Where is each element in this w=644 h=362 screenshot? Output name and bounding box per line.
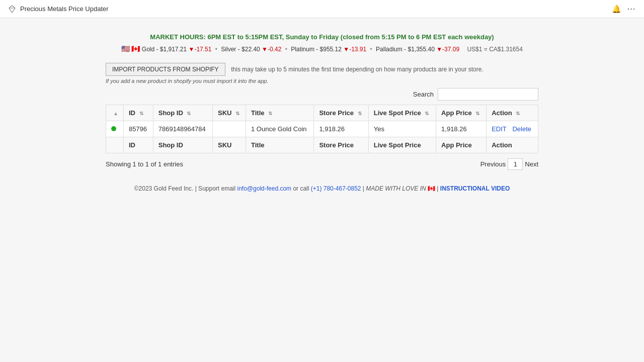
ticker-bar: 🇺🇸 🇨🇦 Gold - $1,917.21 ▼-17.51 • Silver … — [106, 45, 538, 53]
app-title: Precious Metals Price Updater — [20, 5, 109, 13]
row-store-price: 1,918.26 — [314, 121, 368, 137]
top-bar-actions: 🔔 ··· — [612, 5, 636, 14]
row-action: EDIT Delete — [487, 121, 538, 137]
footer-col-shop-id: Shop ID — [153, 137, 212, 153]
footer-col-empty — [106, 137, 124, 153]
made-with-love: | MADE WITH LOVE IN — [363, 185, 428, 192]
col-action[interactable]: Action ⇅ — [487, 105, 538, 121]
pagination-controls: Previous 1 Next — [480, 158, 538, 170]
status-dot — [111, 126, 116, 131]
silver-change: ▼-0.42 — [262, 46, 281, 53]
sort-icon-shop-id: ⇅ — [187, 111, 191, 116]
products-table: ▲ ID ⇅ Shop ID ⇅ SKU ⇅ Title ⇅ Store Pri… — [106, 105, 538, 153]
col-title[interactable]: Title ⇅ — [246, 105, 313, 121]
footer-col-title: Title — [246, 137, 313, 153]
main-content: MARKET HOURS: 6PM EST to 5:15PM EST, Sun… — [96, 18, 548, 207]
platinum-label: Platinum - — [291, 46, 319, 53]
copyright: ©2023 Gold Feed Inc. — [134, 185, 194, 192]
search-row: Search — [106, 88, 538, 101]
palladium-label: Palladium - — [376, 46, 408, 53]
import-note: this may take up to 5 minutes the first … — [231, 66, 484, 73]
col-app-price[interactable]: App Price ⇅ — [436, 105, 487, 121]
bell-icon[interactable]: 🔔 — [612, 5, 621, 14]
row-status — [106, 121, 124, 137]
col-store-price[interactable]: Store Price ⇅ — [314, 105, 368, 121]
previous-button[interactable]: Previous — [480, 160, 506, 168]
footer-col-sku: SKU — [213, 137, 246, 153]
row-shop-id: 7869148964784 — [153, 121, 212, 137]
col-id[interactable]: ID ⇅ — [123, 105, 153, 121]
import-button[interactable]: IMPORT PRODUCTS FROM SHOPIFY — [106, 63, 225, 76]
col-shop-id[interactable]: Shop ID ⇅ — [153, 105, 212, 121]
gold-change: ▼-17.51 — [189, 46, 212, 53]
footer-col-app-price: App Price — [436, 137, 487, 153]
sort-icon-id: ⇅ — [139, 111, 143, 116]
app-title-section: Precious Metals Price Updater — [8, 5, 109, 13]
table-header-row: ▲ ID ⇅ Shop ID ⇅ SKU ⇅ Title ⇅ Store Pri… — [106, 105, 538, 121]
gold-label: Gold - — [142, 46, 160, 53]
market-hours-section: MARKET HOURS: 6PM EST to 5:15PM EST, Sun… — [106, 33, 538, 41]
row-title: 1 Ounce Gold Coin — [246, 121, 313, 137]
col-sku[interactable]: SKU ⇅ — [213, 105, 246, 121]
footer-col-action: Action — [487, 137, 538, 153]
support-email-link[interactable]: info@gold-feed.com — [237, 185, 292, 192]
footer-col-live-spot: Live Spot Price — [368, 137, 436, 153]
canada-flag: 🇨🇦 — [428, 185, 435, 192]
col-status[interactable]: ▲ — [106, 105, 124, 121]
row-app-price: 1,918.26 — [436, 121, 487, 137]
silver-label: Silver - — [221, 46, 242, 53]
edit-link[interactable]: EDIT — [492, 125, 507, 133]
market-hours-text: MARKET HOURS: 6PM EST to 5:15PM EST, Sun… — [106, 33, 538, 41]
more-icon[interactable]: ··· — [627, 5, 636, 13]
palladium-price: $1,355.40 — [408, 46, 434, 53]
diamond-icon — [8, 5, 16, 13]
svg-marker-0 — [9, 6, 15, 13]
search-input[interactable] — [438, 88, 538, 101]
footer-col-id: ID — [123, 137, 153, 153]
support-phone-link[interactable]: (+1) 780-467-0852 — [311, 185, 361, 192]
table-footer-row: ID Shop ID SKU Title Store Price Live Sp… — [106, 137, 538, 153]
sort-icon-status: ▲ — [113, 111, 118, 116]
search-label: Search — [413, 90, 434, 98]
platinum-change: ▼-13.91 — [343, 46, 366, 53]
page-number[interactable]: 1 — [508, 158, 523, 170]
silver-price: $22.40 — [242, 46, 260, 53]
pagination-row: Showing 1 to 1 of 1 entries Previous 1 N… — [106, 158, 538, 170]
next-button[interactable]: Next — [525, 160, 538, 168]
row-sku — [213, 121, 246, 137]
sort-icon-title: ⇅ — [268, 111, 272, 116]
support-or: or call — [293, 185, 310, 192]
ca-flag: 🇨🇦 — [131, 45, 140, 53]
exchange-rate: US$1 = CA$1.31654 — [467, 46, 522, 53]
col-live-spot[interactable]: Live Spot Price ⇅ — [368, 105, 436, 121]
support-prefix: | Support email — [195, 185, 237, 192]
delete-link[interactable]: Delete — [512, 125, 531, 133]
import-section: IMPORT PRODUCTS FROM SHOPIFY this may ta… — [106, 63, 538, 84]
gold-price: $1,917.21 — [160, 46, 187, 53]
palladium-change: ▼-37.09 — [436, 46, 459, 53]
table-row: 85796 7869148964784 1 Ounce Gold Coin 1,… — [106, 121, 538, 137]
row-id: 85796 — [123, 121, 153, 137]
instructional-video-link[interactable]: INSTRUCTIONAL VIDEO — [440, 185, 510, 192]
sort-icon-store-price: ⇅ — [358, 111, 362, 116]
showing-text: Showing 1 to 1 of 1 entries — [106, 160, 183, 168]
sort-icon-sku: ⇅ — [235, 111, 239, 116]
footer-col-store-price: Store Price — [314, 137, 368, 153]
platinum-price: $955.12 — [320, 46, 342, 53]
sort-icon-live-spot: ⇅ — [425, 111, 429, 116]
row-live-spot: Yes — [368, 121, 436, 137]
us-flag: 🇺🇸 — [121, 45, 130, 53]
import-warning: If you add a new product in shopify you … — [106, 78, 538, 84]
site-footer: ©2023 Gold Feed Inc. | Support email inf… — [106, 185, 538, 192]
sort-icon-action: ⇅ — [516, 111, 520, 116]
sort-icon-app-price: ⇅ — [475, 111, 479, 116]
top-bar: Precious Metals Price Updater 🔔 ··· — [0, 0, 644, 18]
